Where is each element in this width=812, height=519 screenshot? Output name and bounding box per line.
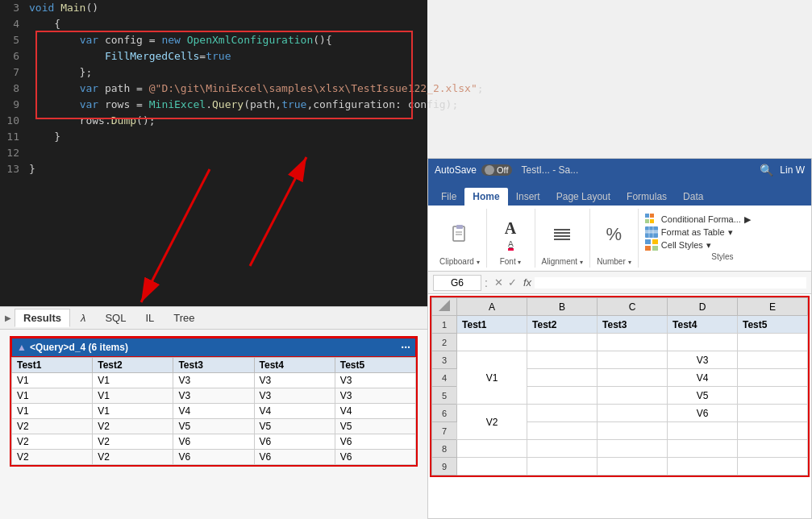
col-header-c[interactable]: C (598, 298, 668, 316)
cell-c2[interactable] (598, 334, 668, 351)
cell-b8[interactable] (527, 440, 598, 458)
ribbon-tab-pagelayout[interactable]: Page Layout (548, 188, 618, 206)
ribbon-tab-file[interactable]: File (433, 188, 464, 206)
format-as-table-item[interactable]: Format as Table ▾ (645, 226, 800, 238)
table-cell[interactable]: V6 (173, 450, 254, 465)
cell-d6[interactable]: V6 (668, 405, 738, 422)
cell-styles-item[interactable]: Cell Styles ▾ (645, 239, 800, 251)
table-cell[interactable]: V3 (335, 388, 415, 404)
clipboard-icon[interactable] (448, 223, 471, 246)
ribbon-tab-formulas[interactable]: Formulas (618, 188, 675, 206)
table-cell[interactable]: V6 (335, 434, 415, 450)
tab-scroll-arrow[interactable]: ▶ (5, 313, 11, 322)
cell-d4[interactable]: V4 (668, 369, 738, 387)
col-header-d[interactable]: D (668, 298, 738, 316)
cell-d8[interactable] (668, 440, 738, 458)
cell-e9[interactable] (738, 458, 808, 475)
formula-input[interactable] (535, 277, 806, 289)
col-header-b[interactable]: B (527, 298, 598, 316)
cell-d1[interactable]: Test4 (668, 316, 738, 334)
table-cell[interactable]: V6 (173, 434, 254, 450)
table-cell[interactable]: V1 (93, 404, 173, 419)
cell-b1[interactable]: Test2 (527, 316, 598, 334)
cell-e5[interactable] (738, 387, 808, 405)
ribbon-tab-home[interactable]: Home (464, 188, 507, 206)
table-cell[interactable]: V1 (12, 404, 93, 419)
cell-e7[interactable] (738, 422, 808, 440)
cell-d9[interactable] (668, 458, 738, 475)
table-cell[interactable]: V2 (93, 419, 173, 434)
cell-e6[interactable] (738, 405, 808, 422)
table-cell[interactable]: V4 (335, 404, 415, 419)
table-cell[interactable]: V2 (93, 450, 173, 465)
table-cell[interactable]: V1 (12, 373, 93, 388)
table-cell[interactable]: V3 (254, 373, 335, 388)
cell-b6[interactable] (527, 405, 598, 422)
table-cell[interactable]: V4 (254, 404, 335, 419)
table-cell[interactable]: V3 (254, 388, 335, 404)
table-cell[interactable]: V5 (335, 419, 415, 434)
table-cell[interactable]: V2 (12, 419, 93, 434)
cell-a1[interactable]: Test1 (457, 316, 527, 334)
cell-b4[interactable] (527, 369, 598, 387)
table-cell[interactable]: V3 (173, 388, 254, 404)
tab-il[interactable]: IL (136, 309, 163, 327)
cell-c1[interactable]: Test3 (598, 316, 668, 334)
cell-d5[interactable]: V5 (668, 387, 738, 405)
table-cell[interactable]: V3 (173, 373, 254, 388)
table-cell[interactable]: V6 (254, 450, 335, 465)
more-icon[interactable]: ··· (401, 341, 410, 354)
cell-b3[interactable] (527, 351, 598, 369)
table-cell[interactable]: V5 (173, 419, 254, 434)
table-cell[interactable]: V3 (335, 373, 415, 388)
table-cell[interactable]: V4 (173, 404, 254, 419)
cell-ref-box[interactable]: G6 (433, 275, 481, 291)
cell-b7[interactable] (527, 422, 598, 440)
table-cell[interactable]: V1 (93, 388, 173, 404)
autosave-toggle[interactable]: Off (481, 164, 511, 176)
ribbon-tab-data[interactable]: Data (675, 188, 711, 206)
cell-a8[interactable] (457, 440, 527, 458)
cell-a6-merged[interactable]: V2 (457, 405, 527, 440)
table-cell[interactable]: V2 (12, 434, 93, 450)
cell-c3[interactable] (598, 351, 668, 369)
tab-sql[interactable]: SQL (96, 309, 135, 327)
formula-x-icon[interactable]: ✕ (494, 276, 503, 289)
cell-b9[interactable] (527, 458, 598, 475)
table-cell[interactable]: V5 (254, 419, 335, 434)
cell-a2[interactable] (457, 334, 527, 351)
cell-e4[interactable] (738, 369, 808, 387)
table-cell[interactable]: V2 (12, 450, 93, 465)
cell-b2[interactable] (527, 334, 598, 351)
table-cell[interactable]: V6 (254, 434, 335, 450)
conditional-formatting-item[interactable]: Conditional Forma... ▶ (645, 214, 800, 225)
cell-c5[interactable] (598, 387, 668, 405)
cell-b5[interactable] (527, 387, 598, 405)
table-cell[interactable]: V1 (93, 373, 173, 388)
table-cell[interactable]: V1 (12, 388, 93, 404)
alignment-icon[interactable] (552, 226, 573, 243)
table-cell[interactable]: V6 (335, 450, 415, 465)
cell-d2[interactable] (668, 334, 738, 351)
col-header-e[interactable]: E (738, 298, 808, 316)
cell-c8[interactable] (598, 440, 668, 458)
cell-c7[interactable] (598, 422, 668, 440)
formula-check-icon[interactable]: ✓ (508, 276, 517, 289)
cell-e1[interactable]: Test5 (738, 316, 808, 334)
cell-a3-merged[interactable]: V1 (457, 351, 527, 405)
cell-c9[interactable] (598, 458, 668, 475)
search-icon[interactable]: 🔍 (760, 164, 773, 176)
col-header-a[interactable]: A (457, 298, 527, 316)
cell-e8[interactable] (738, 440, 808, 458)
cell-a9[interactable] (457, 458, 527, 475)
tab-tree[interactable]: Tree (164, 309, 203, 327)
cell-c4[interactable] (598, 369, 668, 387)
cell-d7[interactable] (668, 422, 738, 440)
tab-results[interactable]: Results (15, 309, 70, 327)
cell-c6[interactable] (598, 405, 668, 422)
ribbon-tab-insert[interactable]: Insert (508, 188, 548, 206)
cell-e3[interactable] (738, 351, 808, 369)
cell-d3[interactable]: V3 (668, 351, 738, 369)
cell-e2[interactable] (738, 334, 808, 351)
table-cell[interactable]: V2 (93, 434, 173, 450)
